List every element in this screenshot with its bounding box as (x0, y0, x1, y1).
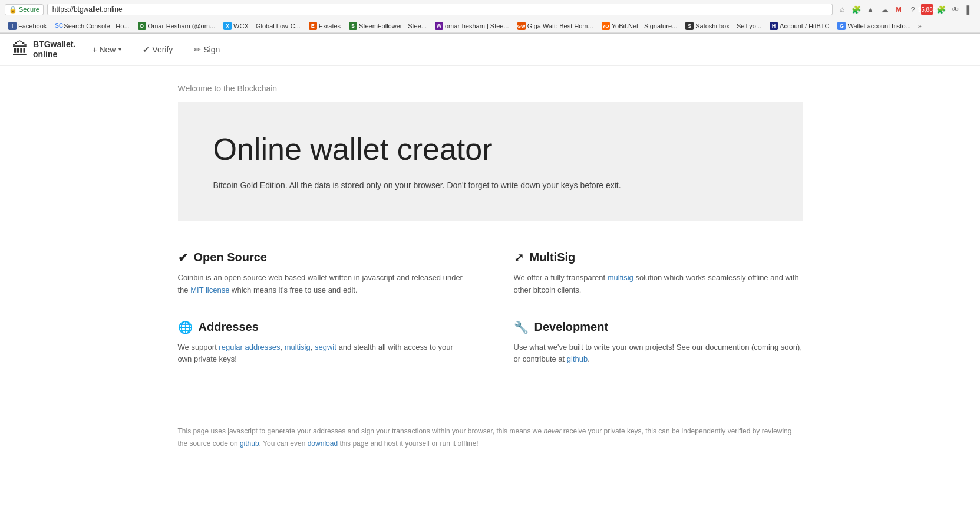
bookmark-omar-hesham[interactable]: O Omar-Hesham (@om... (134, 21, 219, 31)
feature-open-source-desc: Coinbin is an open source web based wall… (178, 272, 467, 297)
bookmark-label: YoBit.Net - Signature... (612, 22, 678, 29)
feature-addresses: 🌐 Addresses We support regular addresses… (178, 320, 467, 366)
bookmark-satoshi[interactable]: S Satoshi box – Sell yo... (682, 21, 765, 31)
wallet-history-favicon: G (837, 22, 846, 30)
steemfollower-favicon: S (349, 22, 357, 30)
bookmark-exrates[interactable]: E Exrates (305, 21, 344, 31)
bar-icon[interactable]: ▌ (963, 4, 975, 15)
footer-text-before: This page uses javascript to generate yo… (178, 427, 544, 435)
bookmark-wallet-history[interactable]: G Wallet account histo... (834, 21, 914, 31)
verify-link[interactable]: ✔ Verify (138, 42, 177, 57)
drive-icon[interactable]: ▲ (864, 4, 876, 15)
feature-development: 🔧 Development Use what we've built to wr… (514, 320, 803, 366)
multisig-addresses-link[interactable]: multisig (285, 343, 311, 351)
feature-open-source-title: ✔ Open Source (178, 251, 467, 265)
cloud-icon[interactable]: ☁ (879, 4, 890, 15)
extension-icon[interactable]: 🧩 (850, 4, 862, 15)
gigawatt-favicon: GW (517, 22, 526, 30)
feature-development-title: 🔧 Development (514, 320, 803, 334)
feature-open-source-label: Open Source (194, 251, 267, 264)
hitbtc-favicon: H (770, 22, 778, 30)
new-dropdown[interactable]: + New ▾ (87, 42, 126, 57)
star-icon[interactable]: ☆ (836, 4, 848, 15)
secure-label: Secure (19, 6, 39, 13)
bookmark-label: Search Console - Ho... (64, 22, 129, 29)
bookmark-label: Satoshi box – Sell yo... (695, 22, 761, 29)
bookmark-label: SteemFollower - Stee... (359, 22, 427, 29)
verify-label: ✔ Verify (143, 45, 173, 54)
feature-multisig: ⤢ MultiSig We offer a fully transparent … (514, 251, 803, 297)
regular-addresses-link[interactable]: regular addresses (219, 343, 280, 351)
footer-text-after: . You can even (259, 439, 308, 448)
secure-badge: 🔒 Secure (5, 4, 44, 15)
lock-icon: 🔒 (9, 6, 17, 14)
bookmarks-bar: f Facebook SC Search Console - Ho... O O… (0, 19, 980, 33)
satoshi-favicon: S (685, 22, 694, 30)
search-console-favicon: SC (55, 22, 62, 29)
footer-text-end: this page and host it yourself or run it… (338, 439, 479, 448)
feature-development-desc: Use what we've built to write your own p… (514, 341, 803, 366)
site-nav: 🏛 BTGwallet. online + New ▾ ✔ Verify ✏ S… (0, 34, 980, 66)
browser-chrome: 🔒 Secure https://btgwallet.online ☆ 🧩 ▲ … (0, 0, 980, 34)
feature-addresses-title: 🌐 Addresses (178, 320, 467, 334)
gmail-icon[interactable]: M (893, 4, 905, 15)
omar-favicon: O (138, 22, 146, 30)
segwit-link[interactable]: segwit (315, 343, 336, 351)
nav-links: + New ▾ ✔ Verify ✏ Sign (87, 42, 225, 57)
download-link[interactable]: download (308, 439, 338, 448)
puzzle-icon[interactable]: 🧩 (935, 4, 947, 15)
bookmark-wcx[interactable]: X WCX – Global Low-C... (220, 21, 304, 31)
globe-icon: 🌐 (178, 320, 193, 334)
bookmark-label: Account / HitBTC (780, 22, 829, 29)
wcx-favicon: X (223, 22, 232, 30)
multisig-link[interactable]: multisig (608, 273, 633, 282)
footer-notice: This page uses javascript to generate yo… (166, 413, 814, 461)
steem-favicon: W (435, 22, 443, 30)
eye-icon[interactable]: 👁 (949, 4, 961, 15)
bookmark-yobit[interactable]: YO YoBit.Net - Signature... (598, 21, 681, 31)
feature-multisig-label: MultiSig (530, 251, 576, 264)
logo-link[interactable]: 🏛 BTGwallet. online (12, 40, 75, 60)
hero-title: Online wallet creator (213, 132, 779, 167)
feature-multisig-title: ⤢ MultiSig (514, 251, 803, 265)
question-icon[interactable]: ? (907, 4, 919, 15)
features-grid: ✔ Open Source Coinbin is an open source … (178, 251, 803, 383)
feature-addresses-label: Addresses (199, 320, 259, 334)
more-bookmarks-button[interactable]: » (916, 21, 924, 31)
welcome-text: Welcome to the Blockchain (178, 84, 803, 93)
facebook-favicon: f (8, 22, 17, 30)
mit-license-link[interactable]: MIT license (190, 285, 229, 294)
bookmark-search-console[interactable]: SC Search Console - Ho... (51, 21, 133, 31)
sign-link[interactable]: ✏ Sign (189, 42, 225, 57)
main-content: Welcome to the Blockchain Online wallet … (166, 66, 814, 402)
logo-line1: BTGwallet. (33, 40, 75, 50)
bookmark-omar-steem[interactable]: W omar-hesham | Stee... (431, 21, 513, 31)
bookmark-hitbtc[interactable]: H Account / HitBTC (766, 21, 833, 31)
address-url[interactable]: https://btgwallet.online (47, 4, 833, 15)
browser-icons: ☆ 🧩 ▲ ☁ M ? $5,882 🧩 👁 ▌ (836, 4, 975, 15)
feature-addresses-desc: We support regular addresses, multisig, … (178, 341, 467, 366)
bookmark-label: WCX – Global Low-C... (233, 22, 301, 29)
github-footer-link[interactable]: github (240, 439, 259, 448)
bookmark-label: Wallet account histo... (847, 22, 910, 29)
wrench-icon: 🔧 (514, 320, 529, 334)
checkmark-icon: ✔ (178, 251, 188, 265)
bookmark-label: Giga Watt: Best Hom... (527, 22, 593, 29)
bookmark-label: omar-hesham | Stee... (445, 22, 509, 29)
address-bar-row: 🔒 Secure https://btgwallet.online ☆ 🧩 ▲ … (0, 0, 980, 19)
bookmark-steemfollower[interactable]: S SteemFollower - Stee... (345, 21, 430, 31)
hero-banner: Online wallet creator Bitcoin Gold Editi… (178, 102, 803, 221)
price-icon[interactable]: $5,882 (921, 4, 933, 15)
feature-open-source: ✔ Open Source Coinbin is an open source … (178, 251, 467, 297)
logo-line2: online (33, 50, 75, 60)
bookmark-facebook[interactable]: f Facebook (5, 21, 50, 31)
multisig-icon: ⤢ (514, 251, 524, 265)
sign-label: ✏ Sign (194, 45, 220, 54)
feature-development-label: Development (534, 320, 609, 334)
logo-icon: 🏛 (12, 40, 28, 59)
hero-subtitle: Bitcoin Gold Edition. All the data is st… (213, 179, 655, 192)
bookmark-gigawatt[interactable]: GW Giga Watt: Best Hom... (514, 21, 597, 31)
github-dev-link[interactable]: github (567, 354, 588, 363)
bookmark-label: Facebook (18, 22, 47, 29)
bookmark-label: Omar-Hesham (@om... (148, 22, 215, 29)
